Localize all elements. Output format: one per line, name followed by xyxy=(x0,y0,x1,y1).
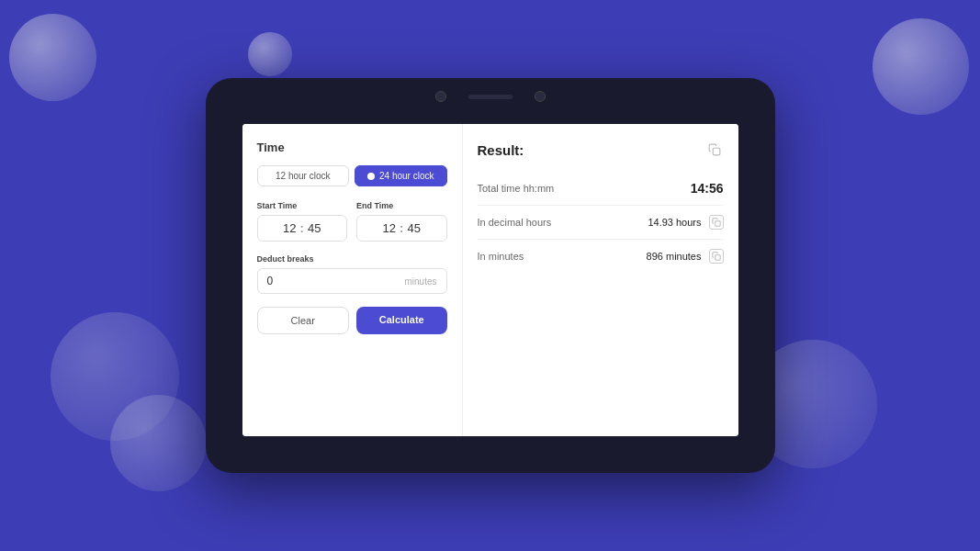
result-header: Result: xyxy=(478,141,724,159)
clock-12-button[interactable]: 12 hour clock xyxy=(257,165,350,186)
copy-decimal-icon[interactable] xyxy=(709,215,724,230)
speaker-bar xyxy=(468,95,513,99)
deduct-unit: minutes xyxy=(404,276,436,287)
bubble-2 xyxy=(248,32,292,76)
right-panel: Result: Total time hh:mm 14:56 In decima… xyxy=(463,124,738,436)
result-title: Result: xyxy=(478,142,524,158)
bubble-5 xyxy=(110,395,207,491)
clear-button[interactable]: Clear xyxy=(257,307,350,334)
clock-24-button[interactable]: 24 hour clock xyxy=(355,165,447,186)
total-time-label: Total time hh:mm xyxy=(478,183,555,194)
bubble-3 xyxy=(873,18,969,115)
clock-24-active-dot xyxy=(367,173,375,180)
tablet-screen: Time 12 hour clock 24 hour clock Start T… xyxy=(242,124,738,436)
result-row-total: Total time hh:mm 14:56 xyxy=(478,172,724,206)
end-separator: : xyxy=(400,221,403,235)
decimal-hours-label: In decimal hours xyxy=(478,217,552,228)
total-time-right: 14:56 xyxy=(691,181,724,196)
result-row-decimal: In decimal hours 14.93 hours xyxy=(478,206,724,240)
minutes-value: 896 minutes xyxy=(647,251,702,262)
calculate-button[interactable]: Calculate xyxy=(356,307,447,334)
tablet-frame: Time 12 hour clock 24 hour clock Start T… xyxy=(206,78,775,473)
panel-title: Time xyxy=(257,141,447,154)
bubble-4 xyxy=(51,312,179,441)
start-time-input[interactable]: 12 : 45 xyxy=(257,215,348,242)
decimal-hours-value: 14.93 hours xyxy=(648,217,701,228)
end-time-input[interactable]: 12 : 45 xyxy=(356,215,447,242)
deduct-breaks-label: Deduct breaks xyxy=(257,254,447,264)
camera-right xyxy=(535,91,546,102)
time-inputs-row: Start Time 12 : 45 End Time 12 : 45 xyxy=(257,201,447,242)
clock-24-label: 24 hour clock xyxy=(379,171,434,181)
left-panel: Time 12 hour clock 24 hour clock Start T… xyxy=(242,124,463,436)
start-time-col: Start Time 12 : 45 xyxy=(257,201,348,242)
result-row-minutes: In minutes 896 minutes xyxy=(478,240,724,273)
clock-toggle: 12 hour clock 24 hour clock xyxy=(257,165,447,186)
svg-rect-2 xyxy=(715,255,719,260)
bubble-1 xyxy=(9,14,96,101)
camera-left xyxy=(435,91,446,102)
total-time-value: 14:56 xyxy=(691,181,724,196)
copy-all-icon[interactable] xyxy=(705,141,724,159)
start-time-label: Start Time xyxy=(257,201,348,210)
copy-minutes-icon[interactable] xyxy=(709,249,724,264)
svg-rect-1 xyxy=(715,221,719,226)
end-hours: 12 xyxy=(383,221,396,235)
start-minutes: 45 xyxy=(308,221,321,235)
deduct-value: 0 xyxy=(267,275,405,287)
end-time-label: End Time xyxy=(356,201,447,210)
end-time-col: End Time 12 : 45 xyxy=(356,201,447,242)
tablet-top-sensors xyxy=(435,91,546,102)
svg-rect-0 xyxy=(713,148,720,155)
decimal-hours-right: 14.93 hours xyxy=(648,215,723,230)
minutes-right: 896 minutes xyxy=(647,249,724,264)
end-minutes: 45 xyxy=(407,221,420,235)
start-hours: 12 xyxy=(283,221,296,235)
start-separator: : xyxy=(300,221,304,235)
action-buttons-row: Clear Calculate xyxy=(257,307,447,334)
minutes-label: In minutes xyxy=(478,251,524,262)
deduct-breaks-input[interactable]: 0 minutes xyxy=(257,268,447,294)
